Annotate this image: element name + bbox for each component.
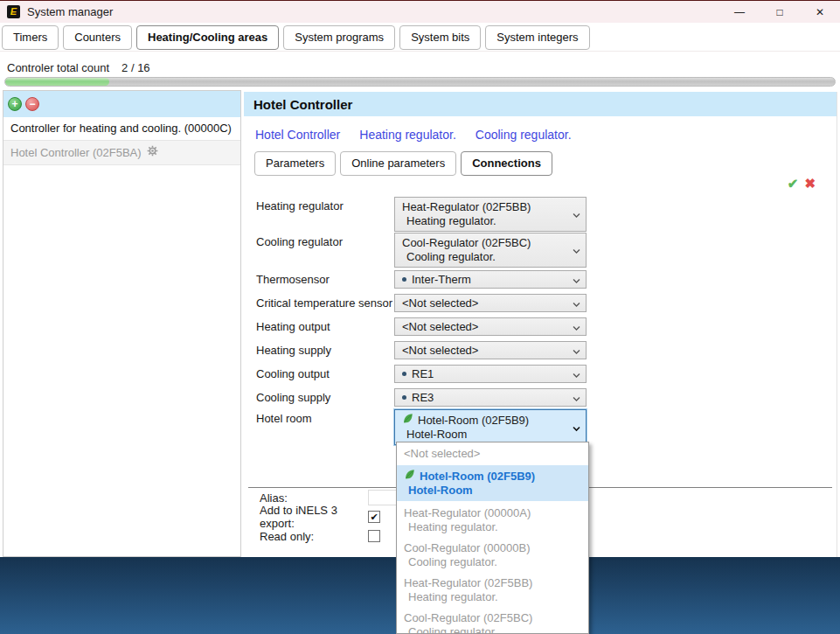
minimize-button[interactable]: —: [719, 1, 760, 23]
combo-value: Inter-Therm: [412, 271, 471, 288]
tab-timers[interactable]: Timers: [2, 25, 59, 50]
combo-value-line1: Heat-Regulator (02F5BB): [402, 200, 531, 214]
chevron-down-icon: [573, 320, 580, 333]
dropdown-item-heat-regulator-00000a[interactable]: Heat-Regulator (00000A) Heating regulato…: [397, 505, 588, 536]
dropdown-item-hotel-room[interactable]: Hotel-Room (02F5B9) Hotel-Room: [397, 465, 588, 501]
link-hotel-controller[interactable]: Hotel Controller: [255, 128, 340, 142]
cooling-supply-combobox[interactable]: RE3: [394, 388, 587, 407]
leaf-icon: [402, 413, 413, 428]
tab-system-programs[interactable]: System programs: [283, 25, 395, 50]
cancel-icon[interactable]: ✖: [804, 176, 816, 192]
field-label: Critical temperature sensor: [256, 294, 394, 310]
add-controller-button[interactable]: +: [8, 97, 22, 111]
controller-list-toolbar: + −: [3, 91, 240, 117]
dropdown-item-text: <Not selected>: [404, 447, 480, 461]
controller-count-text: Controler total count: [7, 61, 109, 74]
controller-count-value: 2 / 16: [121, 61, 150, 74]
chevron-down-icon: [573, 391, 580, 404]
critical-temperature-sensor-combobox[interactable]: <Not selected>: [394, 294, 587, 312]
app-logo-icon: E: [7, 5, 20, 18]
combo-value-line1: Cool-Regulator (02F5BC): [402, 236, 531, 250]
combo-value: RE1: [412, 366, 434, 382]
controller-list-item[interactable]: Controller for heating and cooling. (000…: [3, 117, 240, 141]
tab-system-bits[interactable]: System bits: [399, 25, 481, 50]
dropdown-item-line1: Cool-Regulator (02F5BC): [404, 611, 532, 625]
cooling-regulator-combobox[interactable]: Cool-Regulator (02F5BC) Cooling regulato…: [394, 233, 587, 268]
heating-supply-combobox[interactable]: <Not selected>: [394, 341, 587, 359]
bullet-icon: [402, 277, 406, 282]
alias-label: Alias:: [260, 491, 368, 505]
combo-value-line2: Heating regulator.: [402, 214, 568, 228]
field-label: Thermosensor: [256, 270, 394, 286]
field-label: Cooling output: [256, 365, 394, 380]
controller-item-label: Hotel Controller (02F5BA): [10, 146, 142, 159]
dropdown-item-cool-regulator-02f5bc[interactable]: Cool-Regulator (02F5BC) Cooling regulato…: [397, 610, 588, 634]
window-controls: — □ ✕: [719, 1, 840, 23]
dropdown-item-line2: Cooling regulator.: [404, 625, 581, 634]
dropdown-item-line1: Cool-Regulator (00000B): [404, 541, 531, 555]
heating-output-combobox[interactable]: <Not selected>: [394, 317, 587, 336]
field-label: Hotel room: [256, 409, 394, 425]
close-button[interactable]: ✕: [800, 1, 840, 23]
dropdown-item-line2: Heating regulator.: [404, 590, 581, 604]
dropdown-item-heat-regulator-02f5bb[interactable]: Heat-Regulator (02F5BB) Heating regulato…: [397, 575, 588, 606]
detail-tabs: Parameters Online parameters Connections: [254, 151, 837, 176]
combo-value-line1: Hotel-Room (02F5B9): [418, 414, 529, 428]
form-row-heating-regulator: Heating regulator Heat-Regulator (02F5BB…: [256, 197, 824, 232]
hotel-room-combobox[interactable]: Hotel-Room (02F5B9) Hotel-Room: [394, 409, 587, 445]
dropdown-item-cool-regulator-00000b[interactable]: Cool-Regulator (00000B) Cooling regulato…: [397, 540, 588, 571]
dropdown-item-line2: Hotel-Room: [404, 484, 581, 498]
controller-list-item-selected[interactable]: Hotel Controller (02F5BA): [3, 141, 240, 165]
detail-links: Hotel Controller Heating regulator. Cool…: [255, 128, 837, 142]
form-row-critical-temperature-sensor: Critical temperature sensor <Not selecte…: [256, 294, 824, 312]
chevron-down-icon: [573, 296, 580, 310]
export-checkbox[interactable]: ✔: [368, 511, 380, 523]
combo-value: <Not selected>: [402, 342, 478, 359]
chevron-down-icon: [573, 367, 580, 380]
combo-value-line2: Hotel-Room: [402, 428, 568, 442]
combo-value: <Not selected>: [402, 318, 478, 335]
detail-panel-title: Hotel Controller: [244, 92, 837, 116]
field-label: Heating output: [256, 317, 394, 333]
tab-counters[interactable]: Counters: [63, 25, 132, 50]
form-row-cooling-supply: Cooling supply RE3: [256, 388, 824, 407]
controller-list-panel: + − Controller for heating and cooling. …: [3, 90, 241, 557]
system-manager-window: E System manager — □ ✕ Timers Counters H…: [0, 0, 840, 634]
dropdown-item-not-selected[interactable]: <Not selected>: [397, 445, 588, 463]
form-row-cooling-output: Cooling output RE1: [256, 365, 824, 383]
checkbox-check-icon: ✔: [370, 512, 378, 522]
form-row-thermosensor: Thermosensor Inter-Therm: [256, 270, 824, 289]
heating-regulator-combobox[interactable]: Heat-Regulator (02F5BB) Heating regulato…: [394, 197, 587, 232]
progress-fill: [5, 78, 109, 86]
tab-parameters[interactable]: Parameters: [254, 151, 336, 176]
chevron-down-icon: [573, 421, 580, 434]
dropdown-item-line1: Heat-Regulator (00000A): [404, 506, 531, 520]
chevron-down-icon: [573, 244, 580, 257]
bullet-icon: [402, 395, 406, 400]
readonly-checkbox[interactable]: [368, 530, 380, 542]
leaf-icon: [404, 469, 415, 484]
cooling-output-combobox[interactable]: RE1: [394, 365, 587, 383]
chevron-down-icon: [573, 273, 580, 286]
thermosensor-combobox[interactable]: Inter-Therm: [394, 270, 587, 289]
field-label: Cooling supply: [256, 388, 394, 404]
link-cooling-regulator[interactable]: Cooling regulator.: [476, 128, 572, 142]
tab-online-parameters[interactable]: Online parameters: [340, 151, 456, 176]
field-label: Heating supply: [256, 341, 394, 357]
field-label: Heating regulator: [256, 197, 394, 212]
remove-controller-button[interactable]: −: [25, 97, 39, 111]
gear-icon[interactable]: [147, 145, 158, 159]
tab-connections[interactable]: Connections: [461, 151, 552, 176]
form-row-cooling-regulator: Cooling regulator Cool-Regulator (02F5BC…: [256, 233, 824, 268]
window-title: System manager: [27, 5, 113, 18]
tab-heating-cooling-areas[interactable]: Heating/Cooling areas: [136, 25, 279, 50]
tab-system-integers[interactable]: System integers: [485, 25, 589, 50]
controller-count-progressbar: [4, 77, 836, 87]
link-heating-regulator[interactable]: Heating regulator.: [359, 128, 456, 142]
dropdown-item-line1: Heat-Regulator (02F5BB): [404, 576, 532, 590]
dropdown-item-line2: Heating regulator.: [404, 520, 581, 534]
maximize-button[interactable]: □: [760, 1, 800, 23]
form-row-heating-output: Heating output <Not selected>: [256, 317, 824, 336]
dropdown-item-line2: Cooling regulator.: [404, 555, 581, 569]
confirm-icon[interactable]: ✔: [788, 176, 799, 192]
